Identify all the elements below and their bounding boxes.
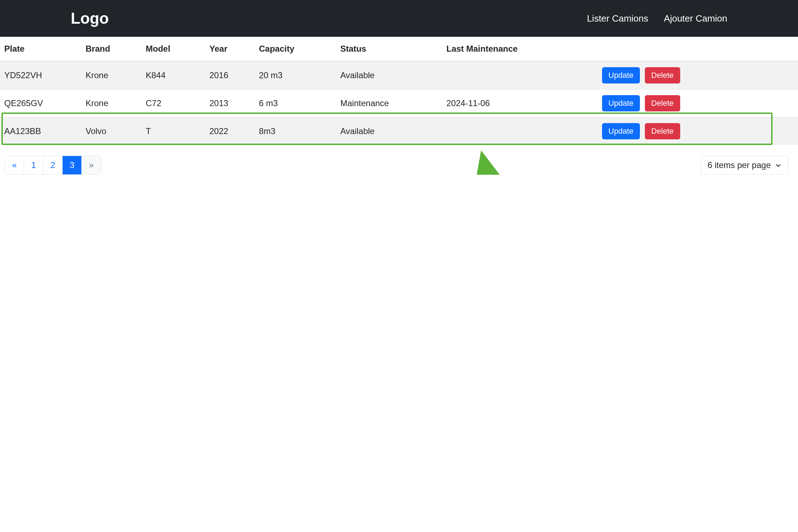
col-capacity: Capacity: [255, 37, 336, 61]
cell-year: 2016: [205, 61, 255, 89]
cell-plate: QE265GV: [0, 89, 81, 117]
cell-brand: Krone: [81, 89, 141, 117]
cell-actions: UpdateDelete: [598, 117, 798, 145]
page-1[interactable]: 1: [24, 156, 43, 175]
cell-brand: Krone: [81, 61, 141, 89]
page-prev[interactable]: «: [5, 156, 24, 175]
nav-link-lister-camions[interactable]: Lister Camions: [587, 13, 648, 24]
col-model: Model: [141, 37, 205, 61]
items-per-page-select[interactable]: 6 items per page: [701, 156, 788, 175]
delete-button[interactable]: Delete: [645, 123, 680, 139]
col-plate: Plate: [0, 37, 81, 61]
cell-plate: YD522VH: [0, 61, 81, 89]
page-3[interactable]: 3: [62, 156, 82, 175]
page-2-link[interactable]: 2: [44, 156, 62, 174]
table-row: AA123BBVolvoT20228m3AvailableUpdateDelet…: [0, 117, 798, 145]
page-3-link[interactable]: 3: [63, 156, 81, 174]
cell-actions: UpdateDelete: [598, 89, 798, 117]
cell-model: K844: [141, 61, 205, 89]
navbar: Logo Lister Camions Ajouter Camion: [0, 0, 798, 37]
cell-last_maintenance: 2024-11-06: [442, 89, 598, 117]
page-1-link[interactable]: 1: [24, 156, 43, 174]
cell-plate: AA123BB: [0, 117, 81, 145]
col-actions: [598, 37, 798, 61]
cell-year: 2022: [205, 117, 255, 145]
cell-capacity: 20 m3: [255, 61, 336, 89]
cell-last_maintenance: [442, 117, 598, 145]
pagination: « 1 2 3 »: [5, 156, 101, 175]
page-next: »: [81, 156, 101, 175]
brand-logo[interactable]: Logo: [71, 10, 109, 27]
delete-button[interactable]: Delete: [645, 95, 680, 111]
update-button[interactable]: Update: [602, 67, 640, 83]
cell-actions: UpdateDelete: [598, 61, 798, 89]
chevron-down-icon: [775, 162, 781, 168]
nav-link-ajouter-camion[interactable]: Ajouter Camion: [664, 13, 727, 24]
items-per-page-label: 6 items per page: [707, 160, 771, 170]
page-2[interactable]: 2: [43, 156, 63, 175]
cell-year: 2013: [205, 89, 255, 117]
update-button[interactable]: Update: [602, 95, 640, 111]
col-last-maintenance: Last Maintenance: [442, 37, 598, 61]
trucks-table: Plate Brand Model Year Capacity Status L…: [0, 37, 798, 145]
page-prev-link[interactable]: «: [5, 156, 24, 174]
col-year: Year: [205, 37, 255, 61]
cell-capacity: 8m3: [255, 117, 336, 145]
col-brand: Brand: [81, 37, 141, 61]
table-row: YD522VHKroneK844201620 m3AvailableUpdate…: [0, 61, 798, 89]
table-header-row: Plate Brand Model Year Capacity Status L…: [0, 37, 798, 61]
delete-button[interactable]: Delete: [645, 67, 680, 83]
cell-capacity: 6 m3: [255, 89, 336, 117]
cell-status: Available: [336, 61, 442, 89]
cell-last_maintenance: [442, 61, 598, 89]
col-status: Status: [336, 37, 442, 61]
update-button[interactable]: Update: [602, 123, 640, 139]
cell-status: Available: [336, 117, 442, 145]
footer-controls: « 1 2 3 » 6 items per page: [0, 145, 798, 175]
cell-model: C72: [141, 89, 205, 117]
page-next-link: »: [82, 156, 100, 174]
cell-status: Maintenance: [336, 89, 442, 117]
navbar-nav: Lister Camions Ajouter Camion: [587, 13, 727, 24]
cell-model: T: [141, 117, 205, 145]
cell-brand: Volvo: [81, 117, 141, 145]
table-row: QE265GVKroneC7220136 m3Maintenance2024-1…: [0, 89, 798, 117]
